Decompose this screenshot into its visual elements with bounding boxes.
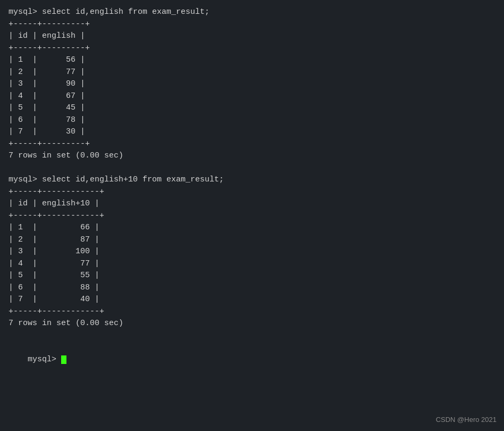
table1-border-top: +-----+---------+ <box>9 19 495 31</box>
terminal-output: mysql> select id,english from exam_resul… <box>9 6 495 378</box>
query1-line: mysql> select id,english from exam_resul… <box>9 6 495 19</box>
query1-text: select id,english from exam_result; <box>42 7 209 16</box>
table2-header: | id | english+10 | <box>9 198 495 210</box>
table1-row-2: | 2 | 77 | <box>9 67 495 79</box>
table1-row-5: | 5 | 45 | <box>9 102 495 114</box>
prompt1: mysql> <box>9 7 42 16</box>
blank-line1 <box>9 162 495 175</box>
cursor <box>61 355 66 364</box>
table2-border-bot: +-----+------------+ <box>9 306 495 318</box>
table2-row-4: | 4 | 77 | <box>9 258 495 270</box>
table2-row-2: | 2 | 87 | <box>9 234 495 246</box>
table1-footer: 7 rows in set (0.00 sec) <box>9 150 495 162</box>
query2-text: select id,english+10 from exam_result; <box>42 175 224 184</box>
prompt2: mysql> <box>9 175 42 184</box>
blank-line2 <box>9 330 495 342</box>
table2-border-top: +-----+------------+ <box>9 186 495 198</box>
table1-border-bot: +-----+---------+ <box>9 138 495 151</box>
table1-border-mid: +-----+---------+ <box>9 43 495 55</box>
table2-row-5: | 5 | 55 | <box>9 270 495 282</box>
query2-line: mysql> select id,english+10 from exam_re… <box>9 174 495 186</box>
table1-row-7: | 7 | 30 | <box>9 126 495 138</box>
table2-row-1: | 1 | 66 | <box>9 222 495 234</box>
table2-footer: 7 rows in set (0.00 sec) <box>9 318 495 330</box>
table2-row-3: | 3 | 100 | <box>9 246 495 258</box>
table2-row-6: | 6 | 88 | <box>9 282 495 294</box>
table1-row-1: | 1 | 56 | <box>9 54 495 67</box>
table1-row-6: | 6 | 78 | <box>9 114 495 127</box>
table2-row-7: | 7 | 40 | <box>9 294 495 306</box>
watermark: CSDN @Hero 2021 <box>436 416 497 424</box>
final-prompt-line: mysql> <box>9 342 495 378</box>
final-prompt: mysql> <box>28 355 61 364</box>
table1-row-4: | 4 | 67 | <box>9 90 495 103</box>
table2-border-mid: +-----+------------+ <box>9 210 495 222</box>
table1-header: | id | english | <box>9 30 495 43</box>
table1-row-3: | 3 | 90 | <box>9 78 495 90</box>
